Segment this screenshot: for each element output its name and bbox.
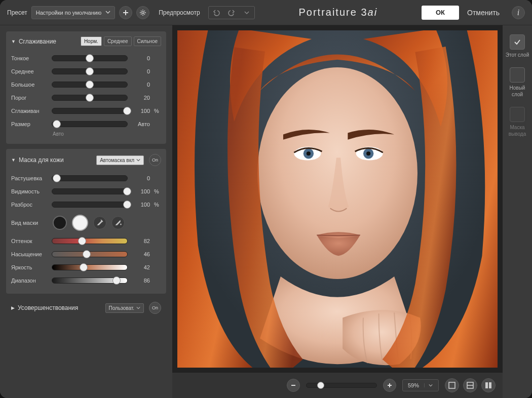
slider-track[interactable] [52,238,128,244]
slider-track[interactable] [52,175,128,181]
slider-track[interactable] [52,55,128,61]
slider-thumb[interactable] [112,276,121,285]
enhance-header[interactable]: ▶ Усовершенствования Пользоват. On [6,299,166,317]
mask-view-row: Вид маски [11,215,161,231]
output-mask[interactable]: Маска вывода [505,107,530,137]
skinmask-header[interactable]: ▼ Маска для кожи Автомаска вкл On [11,153,161,170]
zoom-out-button[interactable] [287,379,300,392]
preset-dropdown[interactable]: Настройки по умолчанию [31,6,115,19]
slider-row: Порог20 [11,93,161,103]
view-split-horizontal-button[interactable] [463,378,477,392]
zoom-percent-dropdown[interactable]: 59% [402,379,439,391]
slider-track[interactable] [52,264,128,270]
zoom-in-button[interactable] [383,379,396,392]
slider-thumb[interactable] [53,174,61,182]
cancel-button[interactable]: Отменить [463,6,504,20]
portrait-illustration [177,30,498,368]
smoothing-header[interactable]: ▼ Сглаживание Норм. Среднее Сильное [11,35,161,50]
ok-button[interactable]: ОК [422,6,459,20]
slider-thumb[interactable] [80,263,88,271]
slider-sublabel: Авто [53,131,161,137]
slider-track[interactable] [52,68,128,74]
slider-thumb[interactable] [78,237,86,245]
app-title: Portraiture 3ai [298,7,377,18]
slider-track[interactable] [52,108,128,114]
slider-label: Разброс [11,202,48,208]
enhance-dropdown[interactable]: Пользоват. [105,303,144,313]
slider-unit: % [154,108,161,114]
maskview-black-swatch[interactable] [53,216,67,230]
add-preset-button[interactable] [119,6,132,19]
preset-label: Пресет [7,9,27,16]
slider-thumb[interactable] [123,201,131,209]
slider-thumb[interactable] [83,250,91,258]
slider-thumb[interactable] [86,67,94,75]
slider-label: Большое [11,82,48,88]
slider-thumb[interactable] [86,81,94,89]
top-toolbar: Пресет Настройки по умолчанию Предпросмо… [0,0,532,25]
slider-track[interactable] [52,95,128,101]
slider-value: 0 [132,175,150,181]
preview-label: Предпросмотр [159,9,200,16]
output-this-layer[interactable]: Этот слой [506,34,529,58]
slider-track[interactable] [52,277,128,284]
slider-row: Среднее0 [11,66,161,76]
view-split-vertical-button[interactable] [481,378,496,392]
skinmask-panel: ▼ Маска для кожи Автомаска вкл On Растуш… [6,149,166,294]
automask-dropdown[interactable]: Автомаска вкл [96,155,144,165]
enhance-on-toggle[interactable]: On [149,302,161,314]
slider-unit: % [154,202,161,208]
slider-value: 0 [132,68,150,74]
maskview-white-swatch[interactable] [72,215,88,231]
slider-thumb[interactable] [86,94,94,102]
slider-row: РазмерАвто [11,119,161,129]
slider-thumb[interactable] [123,187,131,195]
slider-label: Яркость [11,264,48,270]
slider-track[interactable] [52,121,128,127]
svg-point-7 [366,151,370,155]
slider-value: 86 [132,277,150,284]
svg-point-0 [142,11,144,13]
slider-row: Оттенок82 [11,236,161,246]
slider-thumb[interactable] [123,107,131,115]
slider-track[interactable] [52,188,128,194]
view-single-button[interactable] [445,378,459,392]
smoothing-panel: ▼ Сглаживание Норм. Среднее Сильное Тонк… [6,31,166,144]
zoom-thumb[interactable] [317,382,324,389]
skinmask-on-toggle[interactable]: On [149,154,161,166]
undo-redo-group [208,6,255,19]
preview-image[interactable] [177,30,498,368]
slider-unit: % [154,188,161,194]
slider-label: Тонкое [11,55,48,61]
slider-track[interactable] [52,82,128,88]
slider-label: Растушевка [11,175,48,181]
slider-row: Тонкое0 [11,53,161,63]
redo-button[interactable] [225,8,238,18]
eyedropper-plus-button[interactable] [111,216,125,229]
settings-gear-button[interactable] [136,6,149,19]
slider-label: Диапазон [11,277,48,284]
slider-track[interactable] [52,251,128,257]
mode-strong-button[interactable]: Сильное [134,36,162,46]
mode-normal-button[interactable]: Норм. [81,36,102,46]
slider-track[interactable] [52,202,128,208]
mode-medium-button[interactable]: Среднее [104,36,132,46]
slider-label: Оттенок [11,238,48,244]
output-sidebar: Этот слой Новый слой Маска вывода [503,25,532,398]
disclosure-down-icon: ▼ [11,39,16,44]
undo-button[interactable] [210,8,223,18]
info-button[interactable]: i [512,6,525,19]
output-new-layer[interactable]: Новый слой [505,67,530,98]
slider-thumb[interactable] [53,120,61,128]
maskview-label: Вид маски [11,220,48,226]
slider-thumb[interactable] [86,54,94,62]
slider-row: Насыщение46 [11,249,161,259]
eyedropper-button[interactable] [93,216,106,229]
slider-row: Разброс100% [11,200,161,210]
output-mask-box [510,107,525,122]
svg-rect-8 [449,382,455,388]
history-dropdown-icon[interactable] [240,8,253,18]
new-layer-box [510,67,525,83]
zoom-slider[interactable] [306,383,377,388]
slider-row: Яркость42 [11,262,161,272]
